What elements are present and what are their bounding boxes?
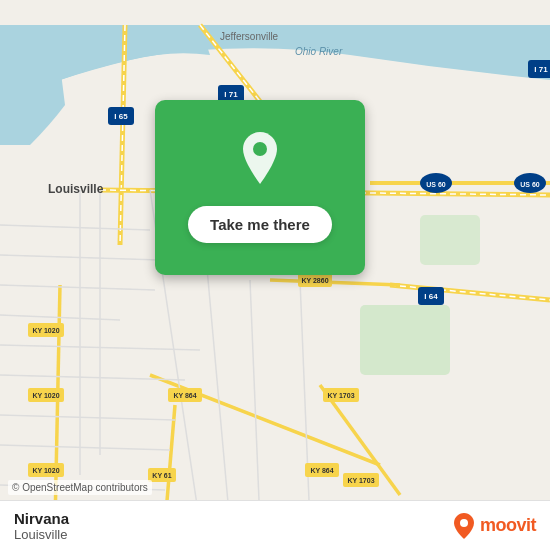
svg-text:I 71: I 71 xyxy=(534,65,548,74)
moovit-brand-text: moovit xyxy=(480,515,536,536)
svg-text:KY 2860: KY 2860 xyxy=(301,277,328,284)
bottom-bar: Nirvana Louisville moovit xyxy=(0,500,550,550)
moovit-logo: moovit xyxy=(453,513,536,539)
svg-text:Ohio River: Ohio River xyxy=(295,46,343,57)
svg-text:Jeffersonville: Jeffersonville xyxy=(220,31,279,42)
svg-point-72 xyxy=(253,142,267,156)
location-city: Louisville xyxy=(14,527,69,542)
svg-text:US 60: US 60 xyxy=(426,181,446,188)
location-info: Nirvana Louisville xyxy=(14,510,69,542)
svg-text:KY 1020: KY 1020 xyxy=(32,392,59,399)
map-background: I 65 I 71 I 71 I 64 I 64 US 60 KY D KY 2… xyxy=(0,0,550,550)
take-me-there-button[interactable]: Take me there xyxy=(188,206,332,243)
svg-text:KY 1020: KY 1020 xyxy=(32,467,59,474)
svg-text:I 64: I 64 xyxy=(424,292,438,301)
location-name: Nirvana xyxy=(14,510,69,527)
location-pin-icon xyxy=(236,132,284,188)
svg-text:Louisville: Louisville xyxy=(48,182,104,196)
svg-text:KY 864: KY 864 xyxy=(310,467,333,474)
svg-point-73 xyxy=(460,519,468,527)
svg-text:KY 1703: KY 1703 xyxy=(327,392,354,399)
svg-text:I 71: I 71 xyxy=(224,90,238,99)
svg-text:KY 1703: KY 1703 xyxy=(347,477,374,484)
moovit-pin-icon xyxy=(453,513,475,539)
svg-text:US 60: US 60 xyxy=(520,181,540,188)
svg-text:KY 61: KY 61 xyxy=(152,472,171,479)
svg-rect-32 xyxy=(420,215,480,265)
location-card: Take me there xyxy=(155,100,365,275)
svg-text:KY 864: KY 864 xyxy=(173,392,196,399)
svg-text:I 65: I 65 xyxy=(114,112,128,121)
svg-text:KY 1020: KY 1020 xyxy=(32,327,59,334)
osm-attribution: © OpenStreetMap contributors xyxy=(8,480,152,495)
svg-rect-31 xyxy=(360,305,450,375)
map-container: I 65 I 71 I 71 I 64 I 64 US 60 KY D KY 2… xyxy=(0,0,550,550)
